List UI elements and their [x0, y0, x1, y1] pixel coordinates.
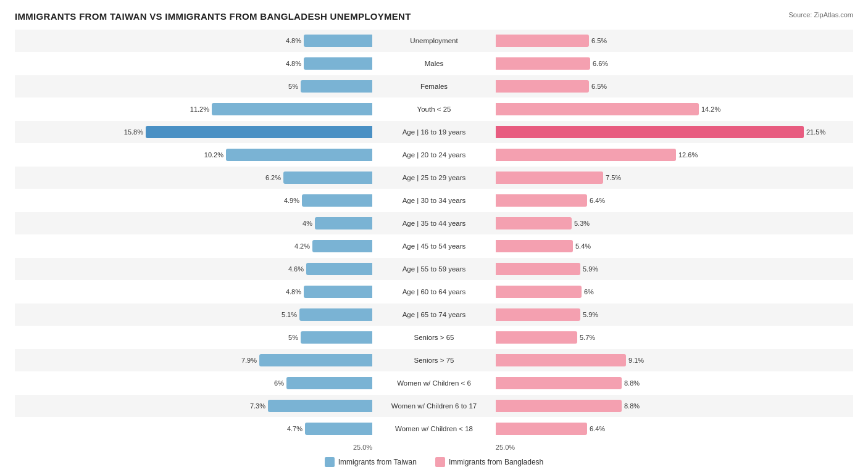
bar-right-section: 6.6% [496, 52, 853, 75]
bar-right [496, 286, 582, 298]
bar-right [496, 217, 572, 229]
value-right: 9.1% [628, 357, 644, 364]
chart-row: 6%Women w/ Children < 68.8% [15, 372, 853, 394]
bar-left-section: 4.8% [15, 30, 372, 52]
bar-left [304, 35, 372, 47]
bar-right-section: 5.4% [496, 235, 853, 257]
bar-left [226, 149, 372, 161]
legend-taiwan: Immigrants from Taiwan [325, 457, 417, 467]
row-label: Males [372, 60, 496, 67]
axis-right-label: 25.0% [496, 444, 515, 451]
value-right: 5.9% [583, 311, 598, 318]
bar-right [496, 263, 580, 275]
bar-left-section: 11.2% [15, 98, 372, 120]
bar-right [496, 331, 577, 344]
bar-right [496, 57, 590, 70]
bar-left [259, 354, 372, 366]
legend-bangladesh-box [435, 457, 445, 467]
row-label: Age | 60 to 64 years [372, 288, 496, 295]
row-label: Age | 16 to 19 years [372, 128, 496, 136]
chart-row: 4.8%Unemployment6.5% [15, 30, 853, 52]
value-left: 15.8% [124, 128, 143, 136]
value-left: 11.2% [190, 105, 209, 113]
bar-right-section: 9.1% [496, 349, 853, 371]
value-right: 14.2% [701, 105, 720, 113]
bar-left-section: 15.8% [15, 121, 372, 143]
value-left: 4% [303, 220, 312, 227]
bar-left-section: 6% [15, 372, 372, 394]
bar-left [299, 308, 372, 321]
bar-right-section: 7.5% [496, 167, 853, 189]
legend-taiwan-box [325, 457, 335, 467]
legend-bangladesh-label: Immigrants from Bangladesh [449, 458, 543, 466]
value-right: 6.5% [591, 37, 607, 44]
value-left: 4.8% [286, 60, 301, 67]
chart-row: 6.2%Age | 25 to 29 years7.5% [15, 167, 853, 189]
chart-row: 5%Females6.5% [15, 75, 853, 97]
row-label: Females [372, 83, 496, 90]
bar-left [286, 377, 372, 389]
value-left: 4.8% [286, 288, 301, 295]
bar-right [496, 126, 804, 138]
value-right: 7.5% [606, 174, 621, 181]
bar-left [301, 331, 372, 344]
bar-right-section: 8.8% [496, 395, 853, 417]
chart-row: 4.9%Age | 30 to 34 years6.4% [15, 189, 853, 212]
value-left: 7.9% [241, 357, 257, 364]
bar-left-section: 7.3% [15, 395, 372, 417]
value-left: 5% [288, 83, 298, 90]
chart-title: IMMIGRANTS FROM TAIWAN VS IMMIGRANTS FRO… [15, 11, 411, 22]
value-left: 4.6% [288, 265, 304, 273]
chart-area: 4.8%Unemployment6.5%4.8%Males6.6%5%Femal… [15, 30, 853, 440]
bar-left-section: 6.2% [15, 167, 372, 189]
value-right: 6.5% [591, 83, 607, 90]
bar-left [268, 400, 372, 412]
chart-row: 7.3%Women w/ Children 6 to 178.8% [15, 395, 853, 417]
value-left: 4.7% [287, 425, 303, 432]
bar-left [146, 126, 372, 138]
bar-right-section: 6.5% [496, 75, 853, 97]
axis-row: 25.0% 25.0% [15, 444, 853, 451]
chart-row: 11.2%Youth < 2514.2% [15, 98, 853, 120]
row-label: Seniors > 65 [372, 334, 496, 341]
bar-left [315, 217, 372, 229]
bar-right-section: 5.9% [496, 258, 853, 280]
bar-right-section: 5.9% [496, 304, 853, 326]
bar-right-section: 21.5% [496, 121, 853, 143]
value-right: 5.7% [580, 334, 595, 341]
bar-right-section: 14.2% [496, 98, 853, 120]
value-right: 8.8% [624, 402, 640, 410]
bar-left-section: 4.6% [15, 258, 372, 280]
bar-left [283, 172, 372, 184]
bar-left [302, 194, 372, 207]
bar-right [496, 172, 603, 184]
chart-container: IMMIGRANTS FROM TAIWAN VS IMMIGRANTS FRO… [0, 0, 868, 467]
value-left: 7.3% [250, 402, 265, 410]
value-right: 6.4% [590, 425, 605, 432]
row-label: Age | 65 to 74 years [372, 311, 496, 318]
legend-taiwan-label: Immigrants from Taiwan [338, 458, 417, 466]
bar-right-section: 6.4% [496, 189, 853, 212]
bar-right-section: 12.6% [496, 144, 853, 166]
chart-row: 15.8%Age | 16 to 19 years21.5% [15, 121, 853, 143]
bar-left [306, 263, 372, 275]
bar-left-section: 4.7% [15, 418, 372, 440]
bar-right-section: 5.3% [496, 212, 853, 234]
bar-left-section: 5.1% [15, 304, 372, 326]
value-right: 5.9% [583, 265, 598, 273]
chart-row: 10.2%Age | 20 to 24 years12.6% [15, 144, 853, 166]
bar-right-section: 6.4% [496, 418, 853, 440]
bar-right [496, 308, 580, 321]
bar-right [496, 354, 626, 366]
row-label: Women w/ Children 6 to 17 [372, 402, 496, 410]
bar-left-section: 4.2% [15, 235, 372, 257]
bar-left-section: 4% [15, 212, 372, 234]
bar-left [212, 103, 372, 115]
bar-right [496, 400, 622, 412]
value-left: 5.1% [282, 311, 297, 318]
bar-left-section: 4.8% [15, 281, 372, 303]
bar-right [496, 103, 699, 115]
chart-row: 5.1%Age | 65 to 74 years5.9% [15, 304, 853, 326]
bar-right-section: 6% [496, 281, 853, 303]
value-right: 8.8% [624, 379, 640, 387]
